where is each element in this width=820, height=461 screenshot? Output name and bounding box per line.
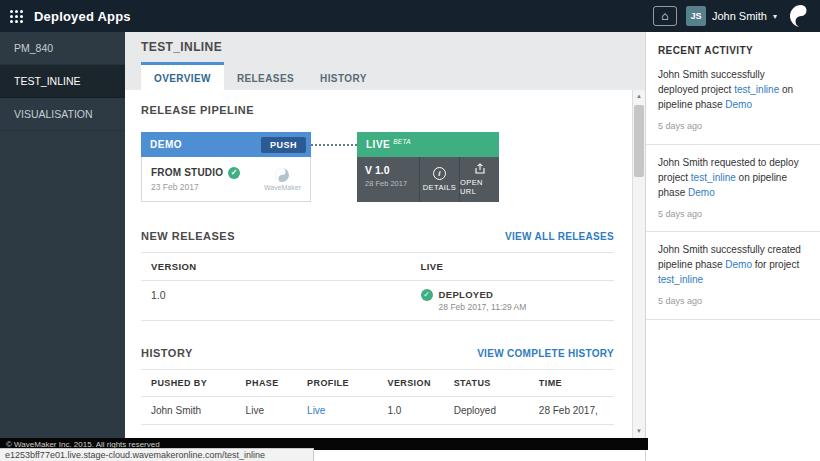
new-releases-table: VERSION LIVE 1.0 ✓ DEPLOYED [141, 252, 614, 321]
tabs-row: OVERVIEW RELEASES HISTORY [125, 62, 645, 90]
deployed-time: 28 Feb 2017, 11:29 AM [439, 302, 527, 312]
view-complete-history-link[interactable]: VIEW COMPLETE HISTORY [477, 348, 614, 359]
history-time: 28 Feb 2017, [529, 397, 614, 425]
open-url-icon [474, 163, 486, 175]
history-version: 1.0 [377, 397, 443, 425]
live-phase-card: LIVE BETA V 1.0 28 Feb 2017 i DETAILS [357, 132, 499, 202]
wavemaker-swirl-icon [275, 168, 289, 182]
project-link[interactable]: test_inline [734, 84, 779, 95]
phase-link[interactable]: Demo [725, 99, 752, 110]
check-icon: ✓ [421, 289, 433, 301]
overview-content: RELEASE PIPELINE DEMO PUSH FROM STUDIO ✓ [125, 90, 632, 438]
project-link[interactable]: test_inline [691, 172, 736, 183]
tab-releases[interactable]: RELEASES [224, 62, 307, 90]
demo-phase-body: FROM STUDIO ✓ 23 Feb 2017 WaveMaker [141, 157, 311, 202]
scrollbar-thumb[interactable] [634, 105, 644, 177]
app-title: Deployed Apps [34, 9, 131, 24]
column-pushed-by: PUSHED BY [141, 370, 236, 397]
phase-link[interactable]: Demo [688, 187, 715, 198]
recent-activity-heading: RECENT ACTIVITY [646, 32, 820, 65]
profile-link[interactable]: Live [307, 405, 325, 416]
live-phase-header: LIVE BETA [357, 132, 499, 157]
pipeline-connector [311, 144, 357, 202]
demo-date: 23 Feb 2017 [151, 182, 240, 192]
wavemaker-logo-icon[interactable] [790, 5, 812, 27]
column-phase: PHASE [236, 370, 297, 397]
release-pipeline-heading: RELEASE PIPELINE [141, 104, 614, 116]
activity-time: 5 days ago [658, 208, 808, 222]
column-live: LIVE [411, 253, 614, 281]
open-url-label: OPEN URL [460, 178, 499, 196]
wavemaker-brand-label: WaveMaker [264, 184, 301, 191]
scroll-up-icon[interactable]: ▲ [633, 90, 645, 103]
user-name: John Smith [712, 10, 767, 22]
history-phase: Live [236, 397, 297, 425]
main-panel: TEST_INLINE OVERVIEW RELEASES HISTORY RE… [125, 32, 645, 461]
avatar: JS [686, 6, 706, 26]
live-phase-label: LIVE [366, 139, 390, 150]
history-profile: Live [297, 397, 377, 425]
live-version: V 1.0 [365, 164, 411, 176]
info-icon: i [433, 167, 446, 180]
chevron-down-icon: ▾ [773, 12, 777, 21]
activity-item: John Smith successfully created pipeline… [646, 232, 820, 320]
history-heading: HISTORY [141, 347, 193, 359]
sidebar-item-visualisation[interactable]: VISUALISATION [0, 98, 125, 131]
live-phase-body: V 1.0 28 Feb 2017 i DETAILS [357, 157, 499, 202]
history-table: PUSHED BY PHASE PROFILE VERSION STATUS T… [141, 369, 614, 425]
status-url-tooltip: e1253bff77e01.live.stage-cloud.wavemaker… [0, 448, 314, 461]
deployed-status: DEPLOYED [439, 289, 527, 300]
history-section: HISTORY VIEW COMPLETE HISTORY PUSHED BY … [141, 347, 614, 425]
activity-item: John Smith requested to deploy project t… [646, 145, 820, 233]
sidebar-item-test-inline[interactable]: TEST_INLINE [0, 65, 125, 98]
project-link[interactable]: test_inline [658, 274, 703, 285]
wavemaker-brand-badge: WaveMaker [264, 168, 301, 191]
activity-text: for project [752, 259, 799, 270]
project-sidebar: PM_840 TEST_INLINE VISUALISATION [0, 32, 125, 461]
from-studio-label: FROM STUDIO [151, 167, 223, 178]
table-row: 1.0 ✓ DEPLOYED 28 Feb 2017, 11:29 AM [141, 281, 614, 321]
demo-phase-card: DEMO PUSH FROM STUDIO ✓ 23 Feb 2017 [141, 132, 311, 202]
tab-history[interactable]: HISTORY [307, 62, 380, 90]
check-icon: ✓ [228, 167, 240, 179]
beta-badge: BETA [393, 138, 411, 145]
open-url-button[interactable]: OPEN URL [460, 157, 499, 202]
push-button[interactable]: PUSH [261, 137, 306, 153]
sidebar-item-pm-840[interactable]: PM_840 [0, 32, 125, 65]
new-releases-section: NEW RELEASES VIEW ALL RELEASES VERSION L… [141, 230, 614, 321]
activity-time: 5 days ago [658, 295, 808, 309]
activity-item: John Smith successfully deployed project… [646, 65, 820, 145]
history-pushed-by: John Smith [141, 397, 236, 425]
tab-overview[interactable]: OVERVIEW [141, 62, 224, 90]
page-title: TEST_INLINE [125, 32, 645, 62]
vertical-scrollbar[interactable]: ▲ ▼ [632, 90, 645, 438]
table-row: John Smith Live Live 1.0 Deployed 28 Feb… [141, 397, 614, 425]
demo-source-block: FROM STUDIO ✓ 23 Feb 2017 [151, 167, 240, 192]
history-status: Deployed [444, 397, 529, 425]
user-menu[interactable]: JS John Smith ▾ [686, 6, 777, 26]
home-icon[interactable]: ⌂ [653, 6, 677, 26]
activity-time: 5 days ago [658, 120, 808, 134]
release-live-cell: ✓ DEPLOYED 28 Feb 2017, 11:29 AM [411, 281, 614, 321]
column-version: VERSION [141, 253, 411, 281]
column-version: VERSION [377, 370, 443, 397]
top-bar: Deployed Apps ⌂ JS John Smith ▾ [0, 0, 820, 32]
live-version-block: V 1.0 28 Feb 2017 [357, 157, 419, 202]
live-date: 28 Feb 2017 [365, 179, 411, 188]
recent-activity-panel: RECENT ACTIVITY John Smith successfully … [645, 32, 820, 461]
phase-link[interactable]: Demo [725, 259, 752, 270]
column-status: STATUS [444, 370, 529, 397]
scroll-down-icon[interactable]: ▼ [633, 425, 645, 438]
details-button[interactable]: i DETAILS [420, 157, 459, 202]
view-all-releases-link[interactable]: VIEW ALL RELEASES [505, 231, 614, 242]
column-time: TIME [529, 370, 614, 397]
apps-grid-icon[interactable] [10, 10, 23, 23]
column-profile: PROFILE [297, 370, 377, 397]
home-glyph: ⌂ [661, 9, 668, 23]
topbar-right: ⌂ JS John Smith ▾ [653, 5, 812, 27]
details-label: DETAILS [423, 183, 457, 192]
demo-phase-header: DEMO PUSH [141, 132, 311, 157]
deployed-apps-window: Deployed Apps ⌂ JS John Smith ▾ PM_840 T… [0, 0, 820, 461]
pipeline-row: DEMO PUSH FROM STUDIO ✓ 23 Feb 2017 [141, 132, 614, 202]
demo-phase-label: DEMO [150, 139, 182, 150]
